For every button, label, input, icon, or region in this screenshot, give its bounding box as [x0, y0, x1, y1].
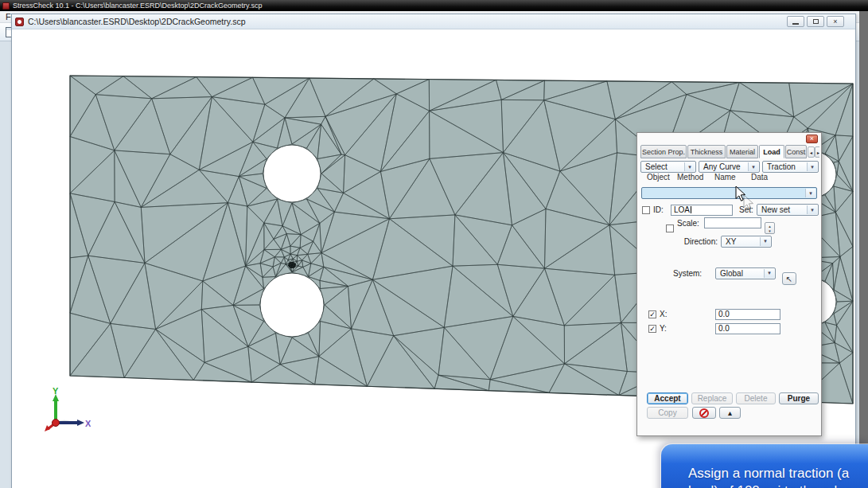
app-title: StressCheck 10.1 - C:\Users\blancaster.E…	[13, 2, 262, 10]
replace-button[interactable]: Replace	[691, 392, 733, 404]
scale-spinner[interactable]: ▴ ▾	[765, 222, 775, 234]
x-component-label: X:	[660, 310, 667, 318]
system-combo[interactable]: Global ▾	[715, 267, 776, 279]
app-icon	[2, 2, 10, 10]
close-icon: ×	[810, 135, 814, 142]
y-checkbox[interactable]: ✓	[648, 325, 656, 333]
callout-line2: load) of 100 psi to the edge	[661, 482, 868, 488]
chevron-down-icon: ▾	[805, 189, 815, 197]
id-label: ID:	[653, 205, 664, 214]
column-method: Method	[677, 173, 703, 182]
tab-thickness[interactable]: Thickness	[687, 145, 726, 158]
dialog-tabstrip: Section Prop. Thickness Material Load Co…	[640, 145, 819, 159]
restore-icon	[813, 19, 819, 24]
app-titlebar: StressCheck 10.1 - C:\Users\blancaster.E…	[0, 0, 868, 11]
mouse-cursor-ghost	[743, 194, 756, 212]
delete-button[interactable]: Delete	[736, 392, 776, 404]
accept-button[interactable]: Accept	[647, 392, 688, 404]
callout-line1: Assign a normal traction (a	[661, 465, 868, 482]
tutorial-callout: Assign a normal traction (a load) of 100…	[661, 444, 868, 488]
column-name: Name	[714, 173, 736, 182]
tab-section-prop[interactable]: Section Prop.	[640, 145, 687, 158]
collapse-button[interactable]: ▴	[719, 407, 741, 419]
load-type-combo[interactable]: Traction ▾	[762, 161, 819, 173]
scale-checkbox[interactable]	[666, 224, 674, 232]
tab-scroll-left[interactable]: ◂	[808, 146, 815, 158]
window-controls: ×	[787, 16, 844, 27]
chevron-down-icon: ▾	[684, 162, 695, 171]
tab-scroll-right[interactable]: ▸	[815, 146, 819, 158]
arrow-up-icon: ▴	[728, 408, 732, 417]
id-checkbox[interactable]	[642, 206, 650, 214]
x-axis-label: X	[85, 419, 91, 428]
y-value-input[interactable]: 0.0	[715, 323, 780, 334]
close-button[interactable]: ×	[827, 16, 844, 27]
cancel-selection-button[interactable]	[692, 407, 716, 419]
set-combo[interactable]: New set ▾	[757, 204, 819, 216]
chevron-down-icon: ▾	[807, 205, 817, 214]
chevron-down-icon: ▾	[764, 269, 774, 278]
entity-combo[interactable]: Any Curve ▾	[699, 161, 760, 173]
system-pick-button[interactable]: ↖	[782, 272, 796, 285]
system-label: System:	[673, 269, 702, 278]
dialog-close-button[interactable]: ×	[806, 135, 818, 143]
direction-combo[interactable]: XY ▾	[721, 236, 772, 248]
check-icon: ✓	[649, 310, 656, 318]
check-icon: ✓	[649, 325, 656, 333]
id-input[interactable]: LOA	[671, 205, 733, 216]
y-component-label: Y:	[660, 324, 667, 333]
scale-input[interactable]	[704, 217, 761, 228]
arrow-right-icon: ▸	[817, 150, 819, 155]
document-titlebar[interactable]: C:\Users\blancaster.ESRD\Desktop\2DCrack…	[12, 14, 855, 29]
spin-down-icon: ▾	[769, 228, 771, 233]
chevron-down-icon: ▾	[748, 162, 758, 171]
select-mode-combo[interactable]: Select ▾	[640, 161, 696, 173]
tab-material[interactable]: Material	[726, 145, 758, 158]
assignment-list-combo[interactable]: ▾	[641, 187, 817, 199]
minimize-button[interactable]	[787, 16, 804, 27]
coordinate-triad: Y X	[38, 388, 91, 435]
load-assignment-dialog: × Section Prop. Thickness Material Load …	[636, 132, 822, 436]
document-icon	[15, 18, 24, 26]
y-axis-label: Y	[53, 388, 59, 396]
arrow-left-icon: ◂	[810, 150, 812, 155]
direction-label: Direction:	[681, 237, 718, 246]
scale-label: Scale:	[677, 219, 699, 228]
x-checkbox[interactable]: ✓	[648, 310, 656, 318]
purge-button[interactable]: Purge	[779, 392, 819, 404]
restore-button[interactable]	[807, 16, 824, 27]
chevron-down-icon: ▾	[807, 162, 817, 171]
tab-load[interactable]: Load	[759, 145, 784, 158]
x-value-input[interactable]: 0.0	[715, 309, 780, 320]
copy-button[interactable]: Copy	[647, 407, 688, 419]
document-title: C:\Users\blancaster.ESRD\Desktop\2DCrack…	[28, 17, 245, 26]
tab-constraint[interactable]: Const	[785, 145, 807, 158]
chevron-down-icon: ▾	[760, 237, 770, 246]
column-object: Object	[647, 173, 670, 182]
pick-cursor-icon: ↖	[786, 275, 792, 283]
minimize-icon	[792, 23, 799, 25]
close-icon: ×	[833, 18, 837, 25]
no-entry-icon	[699, 408, 709, 418]
column-data: Data	[751, 173, 768, 182]
text-caret	[691, 206, 691, 213]
